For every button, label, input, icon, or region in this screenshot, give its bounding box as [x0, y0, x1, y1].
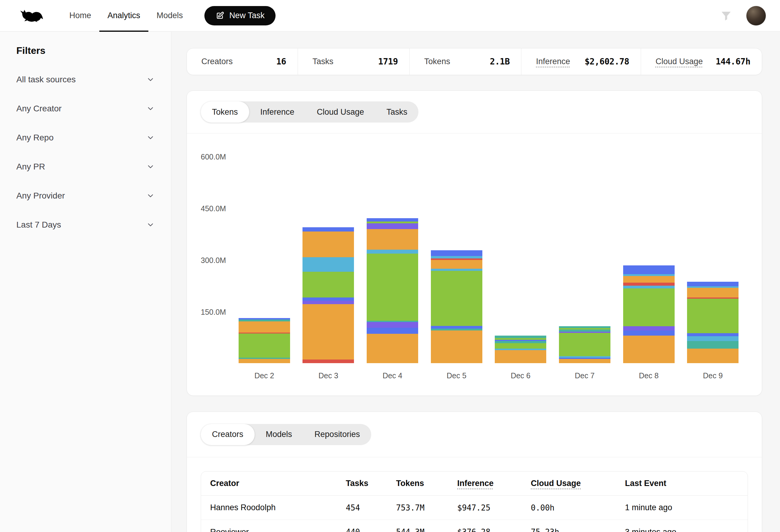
filter-label: Any Repo — [16, 133, 54, 143]
y-tick-label: 450.0M — [201, 204, 234, 213]
creators-table: CreatorTasksTokensInferenceCloud UsageLa… — [201, 471, 748, 532]
top-navbar: HomeAnalyticsModels New Task — [0, 0, 780, 32]
bar-segment-green — [302, 272, 354, 298]
stat-label-inference[interactable]: Inference — [536, 57, 570, 66]
x-axis-label: Dec 9 — [681, 371, 745, 380]
nav-link-label: Analytics — [107, 11, 140, 20]
column-header-label: Last Event — [625, 479, 667, 488]
x-axis-label: Dec 7 — [552, 371, 617, 380]
bar-slot-dec-3 — [296, 227, 360, 363]
bar-slot-dec-5 — [425, 250, 489, 363]
table-tab-creators[interactable]: Creators — [201, 424, 255, 445]
chevron-down-icon — [146, 104, 155, 113]
bar-segment-purple — [367, 322, 418, 327]
kangaroo-logo-glyph — [19, 9, 44, 22]
cell-tasks: 454 — [346, 503, 396, 512]
column-header-tasks: Tasks — [346, 479, 396, 488]
bar-segment-sky — [431, 269, 482, 271]
cell-cloud: 75.23h — [531, 527, 625, 532]
bar-slot-dec-8 — [617, 265, 681, 363]
bar-segment-blue — [302, 227, 354, 231]
bar-segment-green — [495, 343, 546, 349]
bar-segment-sky — [687, 336, 738, 341]
filter-any-creator[interactable]: Any Creator — [16, 94, 155, 123]
stat-label-tokens: Tokens — [424, 57, 450, 66]
bar-segment-red — [302, 360, 354, 363]
x-axis-label: Dec 4 — [360, 371, 425, 380]
bar-segment-blue — [623, 265, 675, 274]
bar-segment-orange — [495, 350, 546, 363]
filter-any-pr[interactable]: Any PR — [16, 152, 155, 181]
new-task-button[interactable]: New Task — [204, 6, 276, 25]
filter-any-provider[interactable]: Any Provider — [16, 181, 155, 210]
column-header-label: Tokens — [396, 479, 424, 488]
cell-tasks: 440 — [346, 527, 396, 532]
filters-sidebar: Filters All task sourcesAny CreatorAny R… — [0, 32, 172, 532]
bar-segment-blue — [687, 333, 738, 336]
chart-tab-inference[interactable]: Inference — [249, 101, 306, 122]
cell-creator: Rooviewer — [210, 527, 346, 532]
main-content: Creators16Tasks1719Tokens2.1BInference$2… — [172, 32, 780, 532]
edit-pencil-icon — [215, 11, 225, 20]
bar-segment-blue — [431, 250, 482, 256]
chart-tab-tokens[interactable]: Tokens — [201, 101, 249, 122]
stacked-bar-dec-8[interactable] — [623, 265, 675, 363]
stacked-bar-dec-5[interactable] — [431, 250, 482, 363]
table-row-rooviewer[interactable]: Rooviewer440544.3M$376.2875.23h3 minutes… — [201, 520, 747, 532]
table-tab-models[interactable]: Models — [255, 424, 303, 445]
cell-tokens: 544.3M — [396, 527, 457, 532]
chart-tab-tasks[interactable]: Tasks — [375, 101, 419, 122]
chevron-down-icon — [146, 134, 155, 142]
summary-stats-bar: Creators16Tasks1719Tokens2.1BInference$2… — [187, 48, 762, 75]
filter-all-task-sources[interactable]: All task sources — [16, 65, 155, 94]
chart-tab-cloud-usage[interactable]: Cloud Usage — [305, 101, 375, 122]
bar-segment-green — [431, 271, 482, 326]
column-header-inference[interactable]: Inference — [457, 479, 531, 488]
filter-list: All task sourcesAny CreatorAny RepoAny P… — [16, 65, 155, 240]
x-axis-label: Dec 6 — [489, 371, 553, 380]
user-avatar[interactable] — [746, 6, 766, 26]
funnel-filter-icon[interactable] — [720, 10, 732, 22]
cell-last_event: 3 minutes ago — [625, 527, 747, 532]
table-body: Hannes Roodolph454753.7M$947.250.00h1 mi… — [201, 496, 747, 532]
stacked-bar-dec-7[interactable] — [559, 326, 611, 363]
table-tab-repositories[interactable]: Repositories — [303, 424, 371, 445]
nav-link-home[interactable]: Home — [61, 0, 99, 32]
stacked-bar-dec-4[interactable] — [367, 218, 418, 363]
stacked-bar-dec-3[interactable] — [302, 227, 354, 363]
column-header-cloud-usage[interactable]: Cloud Usage — [531, 479, 625, 488]
bar-segment-sky — [302, 257, 354, 272]
bar-slot-dec-6 — [489, 335, 553, 363]
bar-segment-orange — [623, 335, 675, 363]
nav-link-analytics[interactable]: Analytics — [99, 0, 148, 32]
bar-segment-green — [239, 333, 290, 358]
filter-label: Any PR — [16, 162, 45, 172]
stacked-bar-dec-6[interactable] — [495, 335, 546, 363]
stacked-bar-dec-2[interactable] — [239, 318, 290, 363]
cell-creator: Hannes Roodolph — [210, 503, 346, 512]
filter-label: Last 7 Days — [16, 220, 61, 230]
bar-segment-orange — [367, 229, 418, 250]
filter-label: Any Creator — [16, 104, 61, 113]
chevron-down-icon — [146, 75, 155, 84]
filter-any-repo[interactable]: Any Repo — [16, 123, 155, 152]
tab-label: Inference — [260, 107, 295, 117]
bar-segment-red — [623, 283, 675, 285]
tab-label: Repositories — [314, 430, 360, 439]
bar-segment-blue — [687, 282, 738, 286]
table-header-row: CreatorTasksTokensInferenceCloud UsageLa… — [201, 472, 747, 496]
bar-segment-green — [559, 333, 611, 357]
filter-last-7-days[interactable]: Last 7 Days — [16, 210, 155, 240]
stat-cloud-usage: Cloud Usage144.67h — [641, 48, 762, 75]
stacked-bar-dec-9[interactable] — [687, 282, 738, 363]
table-row-hannes-roodolph[interactable]: Hannes Roodolph454753.7M$947.250.00h1 mi… — [201, 496, 747, 520]
kangaroo-logo-icon[interactable] — [19, 9, 44, 23]
column-header-label: Creator — [210, 479, 239, 488]
column-header-label: Inference — [457, 479, 494, 488]
bar-slot-dec-4 — [360, 218, 425, 363]
bar-segment-orange — [431, 330, 482, 363]
bar-slot-dec-2 — [232, 318, 296, 363]
stat-label-cloud-usage[interactable]: Cloud Usage — [655, 57, 703, 66]
y-tick-label: 600.0M — [201, 152, 234, 161]
nav-link-models[interactable]: Models — [148, 0, 191, 32]
